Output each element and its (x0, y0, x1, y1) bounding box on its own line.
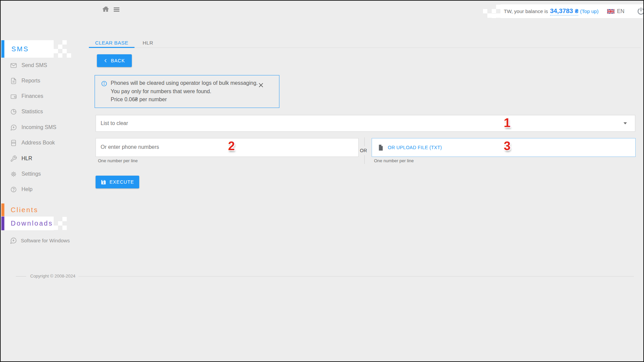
tab-hlr[interactable]: HLR (135, 38, 161, 48)
download-icon (10, 237, 17, 244)
tabs-baseline (89, 48, 641, 48)
sms-section-label: SMS (11, 40, 29, 58)
pixel-decor (54, 217, 58, 221)
info-box: Phones will be cleared using operator lo… (95, 75, 279, 108)
sidebar-item-finances[interactable]: Finances (1, 88, 81, 104)
balance-panel: TW, your balance is 34,3783 ₴ (Top up) E… (500, 4, 643, 18)
wallet-icon (10, 93, 17, 100)
clients-accent-bar (1, 203, 4, 216)
sms-accent-bar (1, 40, 4, 58)
incoming-message-icon (10, 124, 17, 131)
sidebar-section-downloads[interactable]: Downloads (1, 217, 54, 230)
sidebar-item-software-for-windows[interactable]: Software for Windows (10, 236, 70, 245)
pixel-decor (479, 5, 483, 9)
sidebar-item-statistics[interactable]: Statistics (1, 104, 81, 119)
info-line-2: You pay only for numbers that were found… (111, 87, 258, 96)
back-button[interactable]: BACK (97, 54, 132, 67)
close-icon[interactable] (258, 82, 265, 89)
clients-section-label: Clients (11, 203, 38, 216)
annotation-1: 1 (504, 117, 511, 129)
help-icon (10, 186, 17, 193)
tab-clear-base[interactable]: CLEAR BASE (89, 38, 135, 48)
sidebar-item-settings[interactable]: Settings (1, 166, 81, 182)
chevron-down-icon (624, 122, 627, 124)
or-label: OR (360, 148, 367, 153)
copyright: Copyright © 2008-2024 (30, 274, 75, 279)
sidebar-item-send-sms[interactable]: Send SMS (1, 58, 81, 73)
execute-button-label: EXECUTE (109, 179, 134, 185)
sidebar-item-label: Reports (21, 78, 40, 84)
sidebar-item-label: Settings (21, 171, 41, 177)
top-up-link[interactable]: (Top up) (580, 8, 598, 14)
chevron-left-icon (104, 58, 108, 63)
execute-button[interactable]: EXECUTE (96, 176, 139, 188)
downloads-section-label: Downloads (11, 217, 53, 230)
menu-icon[interactable] (114, 7, 119, 12)
power-icon[interactable] (637, 7, 644, 16)
phone-input-hint: One number per line (98, 158, 138, 163)
sidebar-item-label: HLR (21, 156, 32, 162)
sidebar-item-label: Send SMS (21, 62, 47, 68)
divider (364, 155, 365, 164)
back-button-label: BACK (111, 58, 125, 63)
gear-icon (10, 171, 17, 178)
annotation-3: 3 (504, 140, 511, 152)
divider (16, 276, 26, 277)
sidebar-item-label: Address Book (21, 140, 55, 146)
sidebar-item-reports[interactable]: Reports (1, 73, 81, 88)
language-selector[interactable]: EN (617, 8, 624, 14)
balance-amount-link[interactable]: 34,3783 ₴ (550, 7, 579, 15)
divider (364, 137, 365, 146)
info-line-1: Phones will be cleared using operator lo… (111, 79, 258, 87)
info-line-3: Price 0.06₴ per number (111, 96, 258, 104)
list-to-clear-value: List to clear (101, 120, 128, 126)
divider (78, 276, 634, 277)
sidebar-item-label: Finances (21, 93, 43, 99)
pie-chart-icon (10, 108, 17, 115)
wrench-icon (10, 155, 17, 162)
active-tab-underline (89, 47, 135, 48)
info-text: Phones will be cleared using operator lo… (111, 79, 258, 104)
sidebar-item-hlr[interactable]: HLR (1, 151, 81, 166)
home-button[interactable] (102, 5, 110, 14)
file-icon (378, 144, 383, 151)
report-icon (10, 77, 17, 84)
phone-numbers-input[interactable] (96, 138, 359, 157)
list-to-clear-select[interactable]: List to clear (96, 115, 635, 132)
mail-icon (10, 62, 17, 69)
sidebar-item-help[interactable]: Help (1, 182, 81, 197)
balance-prefix: TW, your balance is (504, 8, 548, 14)
info-icon (101, 80, 107, 88)
app-window: TW, your balance is 34,3783 ₴ (Top up) E… (0, 0, 644, 362)
sidebar-item-incoming-sms[interactable]: Incoming SMS (1, 120, 81, 135)
software-item-label: Software for Windows (21, 238, 70, 243)
sidebar-section-clients[interactable]: Clients (1, 203, 81, 216)
sidebar-item-label: Statistics (21, 109, 43, 115)
downloads-accent-bar (1, 217, 4, 230)
sidebar-section-sms[interactable]: SMS (1, 40, 54, 58)
uk-flag-icon (607, 9, 614, 14)
upload-file-label: OR UPLOAD FILE (TXT) (388, 145, 442, 150)
home-icon (102, 5, 110, 13)
pixel-decor (54, 40, 58, 45)
annotation-2: 2 (228, 140, 235, 152)
save-icon (101, 179, 106, 185)
sidebar-item-address-book[interactable]: Address Book (1, 135, 81, 150)
upload-hint: One number per line (374, 158, 414, 163)
address-book-icon (10, 139, 17, 146)
sidebar-item-label: Help (21, 186, 33, 192)
sidebar-item-label: Incoming SMS (21, 124, 56, 130)
